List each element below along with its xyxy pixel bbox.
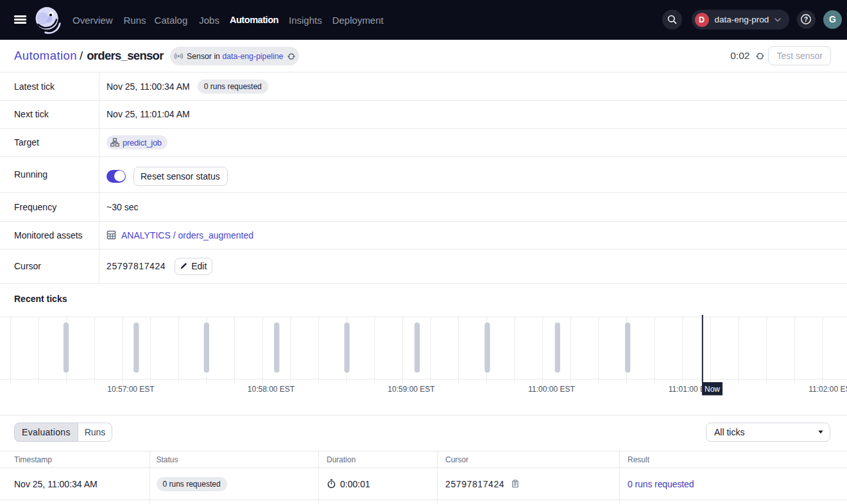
svg-text:11:02:00 EST: 11:02:00 EST [809, 385, 847, 394]
svg-text:10:58:00 EST: 10:58:00 EST [248, 385, 295, 394]
svg-text:?: ? [804, 15, 808, 23]
svg-text:Now: Now [705, 385, 720, 394]
svg-text:10:57:00 EST: 10:57:00 EST [107, 385, 155, 394]
svg-text:11:00:00 EST: 11:00:00 EST [528, 385, 575, 394]
svg-text:10:59:00 EST: 10:59:00 EST [388, 385, 435, 394]
